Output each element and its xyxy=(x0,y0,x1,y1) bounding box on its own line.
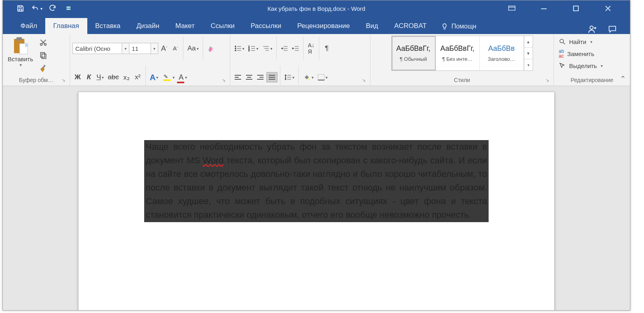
document-canvas[interactable]: Чаще всего необходимость убрать фон за т… xyxy=(3,86,630,310)
numbering-icon: 123 xyxy=(248,45,256,52)
minimize-button[interactable] xyxy=(534,0,554,16)
format-painter-button[interactable] xyxy=(37,63,49,74)
group-clipboard: Вставить ▾ Буфер обм… ↘ xyxy=(3,34,70,86)
tab-acrobat[interactable]: ACROBAT xyxy=(386,18,435,34)
shading-button[interactable]: ▾ xyxy=(301,72,315,82)
redo-button[interactable] xyxy=(45,3,60,14)
italic-button[interactable]: К xyxy=(84,72,94,82)
tab-insert[interactable]: Вставка xyxy=(87,18,129,34)
tab-mailings[interactable]: Рассылки xyxy=(243,18,289,34)
font-launcher[interactable]: ↘ xyxy=(222,78,227,83)
copy-button[interactable] xyxy=(37,50,49,60)
styles-expand[interactable]: ▾ xyxy=(524,59,533,70)
select-button[interactable]: Выделить▾ xyxy=(556,60,605,71)
superscript-button[interactable]: x² xyxy=(133,72,143,82)
page[interactable]: Чаще всего необходимость убрать фон за т… xyxy=(78,92,555,310)
decrease-indent-button[interactable] xyxy=(279,43,290,54)
svg-point-10 xyxy=(44,44,46,46)
tab-file[interactable]: Файл xyxy=(12,18,45,34)
document-paragraph[interactable]: Чаще всего необходимость убрать фон за т… xyxy=(144,140,489,222)
tab-references[interactable]: Ссылки xyxy=(203,18,243,34)
strikethrough-button[interactable]: abc xyxy=(106,72,120,82)
tell-me-label: Помощн xyxy=(451,23,476,30)
align-left-icon xyxy=(234,74,242,80)
clipboard-launcher[interactable]: ↘ xyxy=(62,78,67,83)
numbering-button[interactable]: 123▾ xyxy=(247,43,260,54)
scissors-icon xyxy=(39,38,47,46)
tab-design[interactable]: Дизайн xyxy=(129,18,167,34)
copy-icon xyxy=(39,51,47,59)
close-button[interactable] xyxy=(598,0,618,16)
bullets-button[interactable]: ▾ xyxy=(233,43,246,54)
line-spacing-button[interactable]: ▾ xyxy=(283,72,296,82)
change-case-button[interactable]: Aa▾ xyxy=(186,43,200,54)
font-name-input[interactable] xyxy=(72,43,122,54)
paste-button[interactable]: Вставить ▾ xyxy=(5,36,36,68)
ribbon-display-options-button[interactable] xyxy=(502,0,522,16)
font-size-dropdown[interactable]: ▾ xyxy=(151,43,158,54)
grow-font-button[interactable]: Aˆ xyxy=(159,43,169,54)
paint-bucket-icon xyxy=(303,74,311,81)
style-name: Заголово… xyxy=(480,56,523,62)
tab-home[interactable]: Главная xyxy=(45,18,87,34)
underline-button[interactable]: Ч▾ xyxy=(95,72,105,82)
cut-button[interactable] xyxy=(37,37,49,48)
maximize-button[interactable] xyxy=(566,0,586,16)
highlight-button[interactable]: ▾ xyxy=(161,72,176,83)
tell-me-search[interactable]: Помощн xyxy=(435,19,483,34)
justify-icon xyxy=(268,74,276,80)
styles-launcher[interactable]: ↘ xyxy=(545,78,551,83)
tab-layout[interactable]: Макет xyxy=(167,18,203,34)
spelling-error[interactable]: Word xyxy=(203,155,223,165)
font-size-input[interactable] xyxy=(129,43,151,54)
style-normal[interactable]: АаБбВвГг, ¶ Обычный xyxy=(392,36,436,70)
replace-icon: abac xyxy=(559,49,564,58)
align-center-button[interactable] xyxy=(244,72,254,82)
justify-button[interactable] xyxy=(266,72,278,82)
window-controls xyxy=(502,0,630,16)
font-color-button[interactable]: A▾ xyxy=(177,72,189,83)
share-button[interactable] xyxy=(588,24,597,34)
subscript-button[interactable]: x₂ xyxy=(121,72,132,83)
style-name: ¶ Без инте… xyxy=(436,56,479,62)
clear-formatting-button[interactable]: A xyxy=(205,43,217,54)
replace-button[interactable]: abac Заменить xyxy=(556,47,605,60)
align-right-button[interactable] xyxy=(255,72,266,82)
font-name-dropdown[interactable]: ▾ xyxy=(122,43,129,54)
style-no-spacing[interactable]: АаБбВвГг, ¶ Без инте… xyxy=(436,36,480,70)
increase-indent-button[interactable] xyxy=(290,43,301,54)
quick-access-toolbar: ▾ 〓 xyxy=(3,0,80,16)
styles-scroll-up[interactable]: ▲ xyxy=(524,36,533,48)
svg-rect-15 xyxy=(163,80,171,81)
text-effects-button[interactable]: A▾ xyxy=(148,72,160,83)
style-preview: АаБбВв xyxy=(480,44,523,53)
find-button[interactable]: Найти▾ xyxy=(556,36,605,47)
align-left-button[interactable] xyxy=(233,72,243,82)
svg-text:A: A xyxy=(209,46,212,50)
borders-button[interactable]: ▾ xyxy=(316,72,329,82)
group-label-editing: Редактирование xyxy=(556,75,628,86)
save-button[interactable] xyxy=(13,3,28,14)
sort-button[interactable]: А↓Я xyxy=(306,41,316,56)
shrink-font-button[interactable]: Aˇ xyxy=(170,43,181,54)
show-marks-button[interactable]: ¶ xyxy=(322,43,332,54)
qat-customize-button[interactable]: 〓 xyxy=(61,3,76,14)
styles-scroll-down[interactable]: ▼ xyxy=(524,48,533,59)
tab-view[interactable]: Вид xyxy=(358,18,386,34)
svg-rect-12 xyxy=(42,54,46,59)
bold-button[interactable]: Ж xyxy=(72,72,83,82)
svg-rect-8 xyxy=(25,44,28,47)
svg-rect-6 xyxy=(16,37,22,40)
highlighted-text-block[interactable]: Чаще всего необходимость убрать фон за т… xyxy=(144,140,489,222)
undo-button[interactable]: ▾ xyxy=(29,3,44,14)
tab-review[interactable]: Рецензирование xyxy=(289,18,358,34)
align-right-icon xyxy=(257,74,264,80)
paragraph-launcher[interactable]: ↘ xyxy=(362,78,368,83)
comments-button[interactable] xyxy=(608,25,617,34)
styles-gallery: АаБбВвГг, ¶ Обычный АаБбВвГг, ¶ Без инте… xyxy=(391,36,533,71)
style-heading1[interactable]: АаБбВв Заголово… xyxy=(480,36,524,70)
multilevel-list-button[interactable]: ▾ xyxy=(261,43,274,54)
group-label-clipboard: Буфер обм… xyxy=(5,75,67,86)
svg-rect-0 xyxy=(19,9,22,11)
collapse-ribbon-button[interactable]: ⌃ xyxy=(620,74,626,83)
